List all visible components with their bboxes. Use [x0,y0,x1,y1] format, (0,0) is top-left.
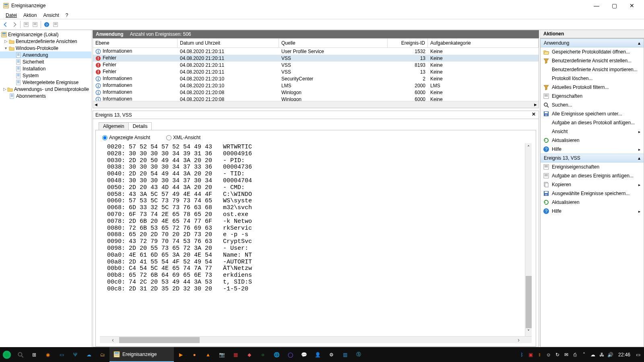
collapse-icon[interactable]: ▾ [3,45,8,51]
tree-system[interactable]: System [0,72,91,79]
grid-row[interactable]: Informationen04.08.2020 21:20:08Winlogon… [93,96,539,101]
tree-application[interactable]: Anwendung [0,51,91,58]
expand-icon[interactable]: ▷ [3,86,7,92]
toolbar-show-hide-tree[interactable] [22,21,30,29]
action-item[interactable]: Ereigniseigenschaften [541,162,644,171]
toolbar-extra[interactable] [52,21,60,29]
pinned-app[interactable]: 💬 [297,347,311,362]
col-level[interactable]: Ebene [93,39,178,47]
menu-action[interactable]: Aktion [20,12,40,19]
expand-icon[interactable]: ▷ [3,39,8,44]
radio-friendly[interactable]: Angezeigte Ansicht [102,135,150,140]
grid-row[interactable]: Fehler04.08.2020 21:20:11VSS13Keine [93,68,539,75]
maximize-button[interactable]: ▢ [605,0,623,11]
tree-windows-logs[interactable]: ▾ Windows-Protokolle [0,45,91,51]
pinned-app[interactable]: Ⓢ [352,347,365,362]
action-item[interactable]: Alle Ereignisse speichern unter... [541,109,644,118]
grid-row[interactable]: Informationen04.08.2020 21:20:10LMS2000L… [93,82,539,89]
pinned-app[interactable]: ▥ [338,347,352,362]
pinned-app[interactable]: ▲ [201,347,215,362]
grid-row[interactable]: Informationen04.08.2020 21:20:10Security… [93,75,539,82]
tray-network-icon[interactable]: 🖧 [597,347,606,362]
pinned-app[interactable]: Ψ [68,347,82,362]
hscroll-thumb[interactable] [119,337,200,343]
tray-notifications-icon[interactable]: ▭ [634,347,642,362]
tree-custom-views[interactable]: ▷ Benutzerdefinierte Ansichten [0,38,91,45]
action-item[interactable]: Suchen... [541,101,644,109]
close-button[interactable]: ✕ [623,0,641,11]
start-button[interactable] [0,347,14,362]
pinned-app[interactable]: ◆ [242,347,256,362]
menu-help[interactable]: ? [62,12,72,19]
task-view-button[interactable]: ⊞ [27,347,41,362]
tab-general[interactable]: Allgemein [99,122,129,130]
hex-vscroll[interactable]: ˄˅ [525,143,532,336]
tree-app-services[interactable]: ▷ Anwendungs- und Dienstprotokolle [0,86,91,93]
pinned-app[interactable]: ▶ [174,347,188,362]
toolbar-forward[interactable] [10,21,19,29]
col-source[interactable]: Quelle [279,39,388,47]
grid-hscroll[interactable]: ◄► [93,101,539,108]
tray-icon[interactable]: ⦀ [535,347,544,362]
col-eventid[interactable]: Ereignis-ID [388,39,428,47]
pinned-app[interactable]: ☁ [82,347,96,362]
pinned-app[interactable]: ○ [256,347,270,362]
action-item[interactable]: Gespeicherte Protokolldatei öffnen... [541,47,644,56]
menu-file[interactable]: Datei [2,12,20,19]
pinned-app[interactable]: ▭ [55,347,68,362]
detail-close-button[interactable]: ✕ [530,111,537,118]
toolbar-props[interactable] [31,21,39,29]
pinned-app[interactable]: 📷 [215,347,229,362]
action-item[interactable]: Benutzerdefinierte Ansicht erstellen... [541,56,644,65]
pinned-app[interactable]: ◯ [283,347,297,362]
action-item[interactable]: Ausgewählte Ereignisse speichern... [541,189,644,198]
action-item[interactable]: Aktualisieren [541,198,644,207]
toolbar-help[interactable] [43,21,51,29]
tree-root[interactable]: Ereignisanzeige (Lokal) [0,31,91,38]
grid-body[interactable]: Informationen04.08.2020 21:20:11User Pro… [93,48,539,101]
tree-forwarded[interactable]: Weitergeleitete Ereignisse [0,79,91,86]
toolbar-back[interactable] [2,21,10,29]
action-item[interactable]: Aktualisieren [541,136,644,145]
radio-xml[interactable]: XML-Ansicht [166,135,200,140]
pinned-app[interactable]: ⚙ [324,347,338,362]
action-item[interactable]: Kopieren▸ [541,180,644,189]
tray-icon[interactable]: ⎙ [571,347,580,362]
hex-hscroll[interactable]: ‹ › [100,336,532,343]
pinned-app[interactable]: 👤 [311,347,324,362]
tab-details[interactable]: Details [128,122,152,130]
action-item[interactable]: Aufgabe an dieses Protokoll anfügen... [541,118,644,127]
tray-icon[interactable]: ☺ [544,347,553,362]
tray-chevron-up-icon[interactable]: ˄ [580,347,588,362]
tray-icon[interactable]: ↻ [553,347,562,362]
tree-setup[interactable]: Installation [0,65,91,72]
tray-icon[interactable]: ▣ [526,347,535,362]
actions-section-event[interactable]: Ereignis 13, VSS▴ [541,154,644,162]
col-category[interactable]: Aufgabenkategorie [428,39,539,47]
grid-row[interactable]: Fehler04.08.2020 21:20:11VSS8193Keine [93,62,539,68]
action-item[interactable]: Eigenschaften [541,92,644,101]
taskbar-active-app[interactable]: Ereignisanzeige [109,347,174,362]
tree-security[interactable]: Sicherheit [0,58,91,65]
tray-icon[interactable]: ✉ [562,347,571,362]
minimize-button[interactable]: — [588,0,605,11]
grid-row[interactable]: Informationen04.08.2020 21:20:08Winlogon… [93,89,539,96]
grid-row[interactable]: Fehler04.08.2020 21:20:11VSS13Keine [93,55,539,62]
tray-onedrive-icon[interactable]: ☁ [588,347,597,362]
tray-icon[interactable]: ᛒ [518,347,526,362]
action-item[interactable]: Protokoll löschen... [541,74,644,83]
pinned-app[interactable]: 🗂 [96,347,109,362]
pinned-app[interactable]: 🌐 [270,347,283,362]
action-item[interactable]: Hilfe▸ [541,145,644,154]
tree-subscriptions[interactable]: Abonnements [0,93,91,99]
actions-section-app[interactable]: Anwendung▴ [541,39,644,47]
action-item[interactable]: Ansicht▸ [541,127,644,136]
action-item[interactable]: Aktuelles Protokoll filtern... [541,83,644,92]
taskbar-clock[interactable]: 22:46 [615,352,634,358]
action-item[interactable]: Benutzerdefinierte Ansicht importieren..… [541,65,644,74]
action-item[interactable]: Aufgabe an dieses Ereignis anfügen... [541,171,644,180]
pinned-app[interactable]: ● [188,347,201,362]
grid-row[interactable]: Informationen04.08.2020 21:20:11User Pro… [93,48,539,55]
menu-view[interactable]: Ansicht [40,12,62,19]
action-item[interactable]: Hilfe▸ [541,207,644,216]
